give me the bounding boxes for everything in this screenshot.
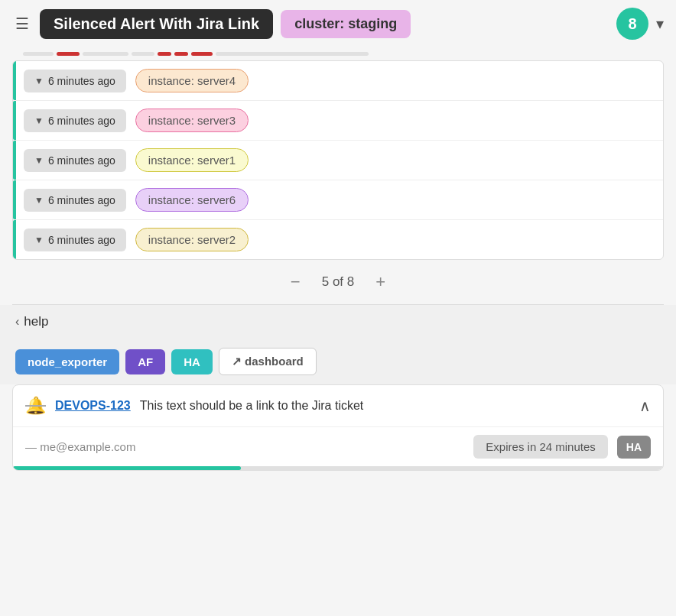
count-badge: 8 [616, 8, 648, 40]
instance-tag-server2: instance: server2 [135, 228, 249, 251]
time-button-server3[interactable]: ▼ 6 minutes ago [24, 109, 126, 132]
bell-off-icon: 🔔 [25, 396, 46, 416]
timeline-segment [158, 52, 171, 56]
chevron-down-icon[interactable]: ▾ [656, 15, 664, 33]
timeline-segment [216, 52, 369, 56]
timeline-segment [132, 52, 154, 56]
menu-icon[interactable]: ☰ [12, 11, 32, 36]
arrow-icon: ▼ [34, 76, 44, 86]
timeline-segment [191, 52, 213, 56]
page-increase-button[interactable]: + [369, 269, 392, 295]
table-row: ▼ 6 minutes ago instance: server2 [13, 220, 663, 259]
instance-tag-server3: instance: server3 [135, 109, 249, 132]
help-chevron-icon: ‹ [15, 315, 19, 329]
time-button-server4[interactable]: ▼ 6 minutes ago [24, 70, 126, 92]
silence-card-footer: — me@example.com Expires in 24 minutes H… [13, 427, 663, 466]
silence-card-header: 🔔 DEVOPS-123 This text should be a link … [13, 385, 663, 427]
help-label: help [24, 314, 48, 329]
time-button-server6[interactable]: ▼ 6 minutes ago [24, 189, 126, 212]
instance-tag-server6: instance: server6 [135, 188, 249, 212]
table-row: ▼ 6 minutes ago instance: server6 [13, 180, 663, 220]
alert-list: ▼ 6 minutes ago instance: server4 ▼ 6 mi… [12, 60, 664, 260]
timeline-segment [174, 52, 188, 56]
table-row: ▼ 6 minutes ago instance: server4 [13, 61, 663, 101]
help-section[interactable]: ‹ help [0, 305, 676, 339]
time-button-server1[interactable]: ▼ 6 minutes ago [24, 149, 126, 172]
tag-af[interactable]: AF [125, 349, 165, 374]
page-title: Silenced Alert With Jira Link [40, 9, 273, 39]
row-indicator [13, 61, 16, 100]
arrow-icon: ▼ [34, 235, 44, 245]
timeline-segment [83, 52, 128, 56]
arrow-icon: ▼ [34, 155, 44, 166]
tag-ha[interactable]: HA [171, 349, 213, 374]
time-button-server2[interactable]: ▼ 6 minutes ago [24, 229, 126, 251]
tags-row: node_exporter AF HA ↗ dashboard [0, 339, 676, 384]
tag-node-exporter[interactable]: node_exporter [15, 349, 119, 374]
expires-badge: Expires in 24 minutes [473, 435, 607, 459]
instance-tag-server4: instance: server4 [135, 69, 249, 92]
progress-bar-fill [13, 466, 241, 470]
row-indicator [13, 101, 16, 140]
arrow-icon: ▼ [34, 115, 44, 126]
table-row: ▼ 6 minutes ago instance: server1 [13, 141, 663, 180]
collapse-button[interactable]: ∧ [639, 397, 651, 415]
page-indicator: 5 of 8 [322, 274, 355, 290]
jira-link[interactable]: DEVOPS-123 [55, 399, 131, 413]
row-indicator [13, 220, 16, 259]
silence-card: 🔔 DEVOPS-123 This text should be a link … [12, 384, 664, 471]
timeline-segment [23, 52, 54, 56]
pagination: − 5 of 8 + [0, 260, 676, 304]
instance-tag-server1: instance: server1 [135, 148, 249, 172]
arrow-icon: ▼ [34, 195, 44, 206]
header: ☰ Silenced Alert With Jira Link cluster:… [0, 0, 676, 47]
ha-badge: HA [617, 436, 651, 459]
page-decrease-button[interactable]: − [284, 269, 307, 295]
tag-dashboard[interactable]: ↗ dashboard [219, 348, 317, 375]
row-indicator [13, 180, 16, 219]
row-indicator [13, 141, 16, 180]
timeline-bar [0, 47, 676, 60]
progress-bar [13, 466, 663, 470]
table-row: ▼ 6 minutes ago instance: server3 [13, 101, 663, 141]
timeline-segment [57, 52, 80, 56]
cluster-badge: cluster: staging [281, 10, 411, 38]
jira-description: This text should be a link to the Jira t… [140, 399, 630, 413]
email-text: — me@example.com [25, 440, 135, 453]
